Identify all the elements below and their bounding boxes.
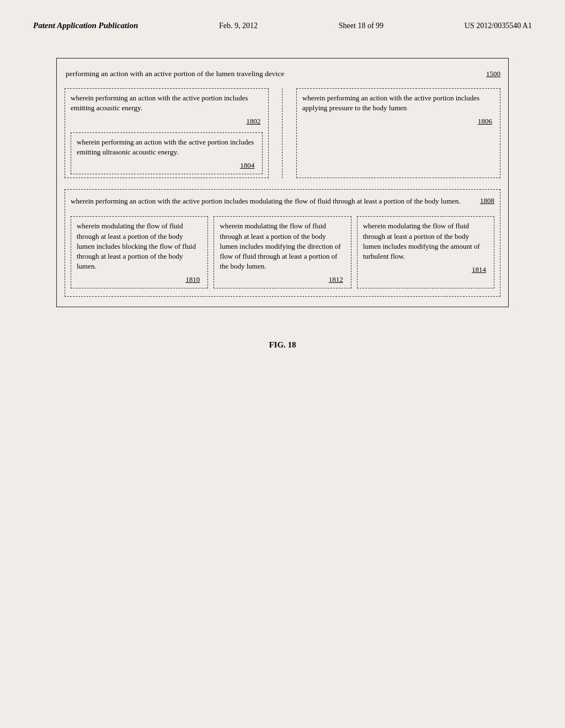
top-left-col: wherein performing an action with the ac… [65, 88, 269, 178]
diagram-area: performing an action with an active port… [56, 58, 509, 307]
header-right: US 2012/0035540 A1 [465, 22, 532, 30]
node-1808: wherein performing an action with the ac… [65, 189, 500, 297]
node-1810: wherein modulating the flow of fluid thr… [71, 216, 208, 288]
node-1812-text: wherein modulating the flow of fluid thr… [220, 221, 345, 271]
ref-1806: 1806 [302, 116, 494, 126]
header: Patent Application Publication Feb. 9, 2… [33, 11, 532, 47]
bottom-inner-row: wherein modulating the flow of fluid thr… [71, 216, 494, 288]
outer-box-1500: performing an action with an active port… [56, 58, 509, 307]
node-1806: wherein performing an action with the ac… [296, 88, 500, 178]
ref-1802: 1802 [71, 116, 263, 126]
ref-1808: 1808 [480, 196, 494, 205]
node-1808-label: wherein performing an action with the ac… [71, 196, 475, 206]
node-1814: wherein modulating the flow of fluid thr… [357, 216, 494, 288]
v-separator-1 [282, 88, 283, 178]
node-1814-text: wherein modulating the flow of fluid thr… [363, 221, 488, 261]
node-1804-text: wherein performing an action with the ac… [77, 137, 257, 157]
outer-box-label: performing an action with an active port… [65, 67, 285, 81]
node-1802-text: wherein performing an action with the ac… [71, 93, 263, 113]
ref-1812: 1812 [220, 275, 345, 285]
node-1812: wherein modulating the flow of fluid thr… [214, 216, 351, 288]
top-right-col: wherein performing an action with the ac… [296, 88, 500, 178]
top-row: wherein performing an action with the ac… [65, 88, 500, 178]
node-1806-text: wherein performing an action with the ac… [302, 93, 494, 113]
ref-1804: 1804 [77, 160, 257, 170]
node-1804: wherein performing an action with the ac… [71, 132, 263, 175]
ref-1810: 1810 [77, 275, 202, 285]
header-sheet: Sheet 18 of 99 [339, 22, 383, 30]
figure-caption: FIG. 18 [33, 340, 532, 350]
node-1802: wherein performing an action with the ac… [65, 88, 269, 178]
node-1810-text: wherein modulating the flow of fluid thr… [77, 221, 202, 271]
header-date: Feb. 9, 2012 [219, 22, 258, 30]
ref-1500: 1500 [486, 69, 500, 78]
ref-1814: 1814 [363, 265, 488, 275]
header-left: Patent Application Publication [33, 21, 138, 30]
page: Patent Application Publication Feb. 9, 2… [0, 0, 565, 728]
